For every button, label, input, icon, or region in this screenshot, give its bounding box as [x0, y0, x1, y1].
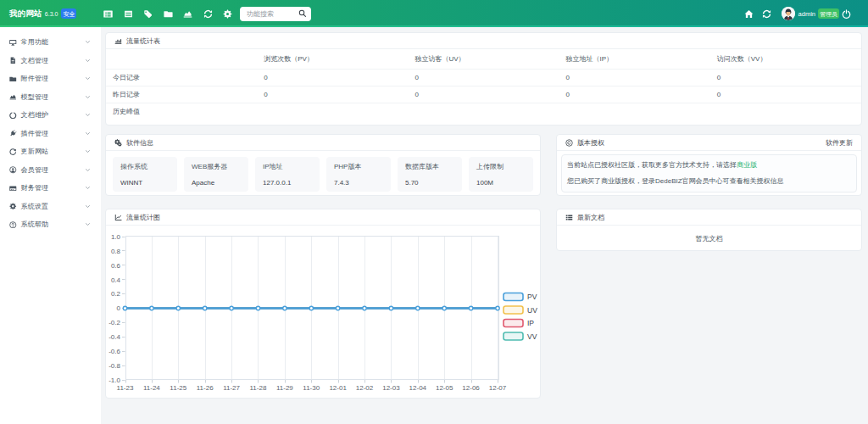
- svg-text:12-03: 12-03: [382, 384, 400, 392]
- sidebar-item-3[interactable]: 附件管理: [0, 70, 101, 88]
- software-info-body: 操作系统WINNTWEB服务器ApacheIP地址127.0.0.1PHP版本7…: [106, 151, 540, 195]
- cog-icon[interactable]: [223, 9, 232, 19]
- sidebar-item-label: 常用功能: [21, 37, 86, 47]
- stat-column-header: 浏览次数（PV）: [257, 49, 408, 69]
- license-card: 版本授权 软件更新 当前站点已授权社区版，获取更多官方技术支持，请选择商业版 您…: [556, 134, 862, 196]
- sidebar-item-label: 模型管理: [21, 92, 86, 102]
- stat-cell: [257, 103, 408, 120]
- folder-icon[interactable]: [164, 9, 173, 19]
- software-field-label: 操作系统: [120, 160, 170, 173]
- topbar: 我的网站 6.3.0 安全 admin 管理员: [0, 0, 868, 27]
- stat-cell: [710, 103, 861, 120]
- stat-cell: 0: [257, 69, 408, 86]
- refresh-icon[interactable]: [762, 9, 771, 19]
- business-edition-link[interactable]: 商业版: [737, 161, 757, 169]
- sidebar-item-4[interactable]: 模型管理: [0, 88, 101, 107]
- license-title: 版本授权: [577, 138, 604, 148]
- software-field-label: PHP版本: [334, 160, 383, 173]
- sidebar-item-label: 附件管理: [21, 74, 86, 83]
- svg-text:VV: VV: [527, 332, 537, 341]
- latest-docs-header: 最新文档: [557, 209, 861, 226]
- redo-icon: [9, 148, 17, 156]
- traffic-chart-header: 流量统计图: [106, 209, 540, 226]
- software-update-link[interactable]: 软件更新: [826, 138, 853, 148]
- traffic-table-header: 流量统计表: [106, 33, 861, 49]
- svg-text:-0.2: -0.2: [108, 319, 120, 326]
- software-field-value: 100M: [476, 176, 526, 189]
- chevron-down-icon: [85, 221, 91, 227]
- svg-text:-0.8: -0.8: [108, 362, 120, 370]
- svg-text:-0.4: -0.4: [108, 333, 120, 341]
- stat-row-label: 昨日记录: [106, 86, 257, 103]
- list-icon[interactable]: [124, 9, 133, 19]
- stat-cell: 0: [710, 86, 861, 103]
- stat-cell: [559, 103, 710, 120]
- software-field-value: 127.0.0.1: [263, 176, 312, 189]
- svg-text:1.0: 1.0: [111, 233, 121, 241]
- svg-text:12-05: 12-05: [436, 384, 453, 392]
- row-3: 流量统计图 11-2311-2411-2511-2611-2711-2811-2…: [105, 209, 862, 399]
- chevron-down-icon: [85, 204, 91, 209]
- license-line-1: 当前站点已授权社区版，获取更多官方技术支持，请选择商业版: [567, 159, 851, 172]
- sidebar-item-8[interactable]: 会员管理: [0, 161, 101, 180]
- software-field-value: 5.70: [405, 176, 454, 189]
- avatar[interactable]: [782, 7, 795, 20]
- legend-item-PV[interactable]: PV: [504, 293, 537, 301]
- stat-cell: 0: [559, 86, 710, 103]
- legend-item-UV[interactable]: UV: [504, 306, 537, 315]
- power-icon[interactable]: [842, 9, 851, 19]
- chevron-down-icon: [85, 112, 91, 118]
- list-alt-icon[interactable]: [103, 9, 113, 19]
- legend-item-VV[interactable]: VV: [504, 332, 537, 341]
- sidebar-item-label: 财务管理: [21, 183, 86, 192]
- stat-cell: 0: [257, 86, 408, 103]
- th-list-icon: [565, 214, 573, 221]
- cog-icon: [9, 203, 17, 210]
- sidebar-item-7[interactable]: 更新网站: [0, 142, 101, 161]
- stat-row-label: 历史峰值: [106, 103, 257, 120]
- svg-text:-0.6: -0.6: [108, 348, 120, 355]
- user-circle-icon: [9, 166, 17, 174]
- software-field: PHP版本7.4.3: [326, 157, 391, 192]
- svg-text:12-01: 12-01: [329, 384, 347, 392]
- sync-icon[interactable]: [203, 9, 213, 19]
- search-input[interactable]: [240, 10, 294, 18]
- software-field: WEB服务器Apache: [184, 157, 248, 192]
- search-icon[interactable]: [298, 9, 307, 18]
- desktop-icon: [9, 39, 17, 47]
- tag-icon[interactable]: [143, 9, 153, 19]
- software-field-value: Apache: [192, 176, 241, 189]
- software-info-title: 软件信息: [126, 138, 153, 148]
- brand-version: 6.3.0: [45, 11, 58, 17]
- sidebar-item-2[interactable]: 文档管理: [0, 52, 101, 70]
- legend-item-IP[interactable]: IP: [504, 319, 534, 327]
- sidebar-item-label: 文档维护: [21, 110, 86, 120]
- chart-bar-icon: [114, 37, 122, 45]
- stat-column-header: 独立地址（IP）: [559, 49, 710, 69]
- sidebar-item-1[interactable]: 常用功能: [0, 33, 101, 52]
- sidebar-item-label: 更新网站: [21, 147, 86, 156]
- stat-column-header: 访问次数（VV）: [710, 49, 861, 69]
- question-circle-icon: [9, 221, 17, 229]
- topbar-nav: [103, 0, 232, 27]
- sidebar-item-10[interactable]: 系统设置: [0, 198, 101, 216]
- role-badge: 管理员: [818, 8, 839, 19]
- chevron-down-icon: [85, 167, 91, 173]
- sidebar-item-6[interactable]: 插件管理: [0, 125, 101, 143]
- brand: 我的网站 6.3.0 安全: [9, 8, 76, 20]
- traffic-table-card: 流量统计表 浏览次数（PV）独立访客（UV）独立地址（IP）访问次数（VV） 今…: [105, 32, 862, 126]
- stat-cell: 0: [559, 69, 710, 86]
- stat-cell: 0: [408, 69, 559, 86]
- chevron-down-icon: [85, 39, 91, 45]
- username[interactable]: admin: [798, 10, 815, 18]
- chart-area-icon[interactable]: [183, 9, 192, 19]
- table-row: 今日记录0000: [106, 69, 861, 86]
- sidebar-item-5[interactable]: 文档维护: [0, 106, 101, 125]
- home-icon[interactable]: [744, 9, 754, 19]
- svg-text:11-23: 11-23: [117, 384, 134, 392]
- latest-docs-title: 最新文档: [577, 213, 604, 222]
- svg-text:11-30: 11-30: [303, 384, 320, 392]
- chevron-down-icon: [85, 94, 91, 100]
- sidebar-item-9[interactable]: 财务管理: [0, 179, 101, 198]
- sidebar-item-11[interactable]: 系统帮助: [0, 215, 101, 234]
